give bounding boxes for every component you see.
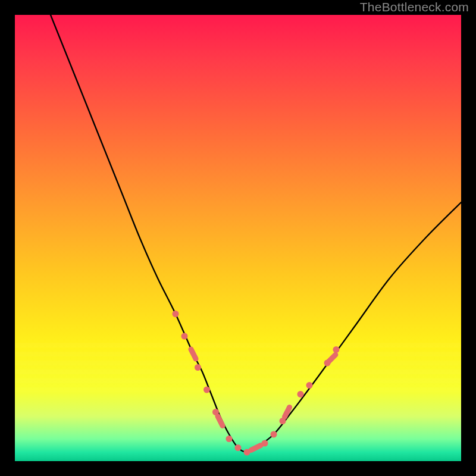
highlight-dot (298, 391, 304, 397)
highlight-segment (251, 445, 261, 450)
highlight-segment (191, 349, 196, 359)
highlight-dot (226, 436, 233, 442)
highlight-dots-group (173, 311, 340, 456)
highlight-dot (333, 346, 340, 353)
highlight-dot (262, 440, 268, 447)
highlight-dot (203, 387, 210, 393)
highlight-dot (235, 444, 242, 451)
chart-stage: TheBottleneck.com (0, 0, 476, 476)
chart-svg (15, 15, 461, 461)
highlight-segment (218, 416, 223, 425)
highlight-dot (306, 382, 313, 389)
watermark-text: TheBottleneck.com (360, 0, 469, 14)
highlight-dot (181, 333, 188, 340)
highlight-dot (173, 311, 179, 317)
plot-area (15, 15, 461, 461)
highlight-dot (195, 364, 201, 371)
bottleneck-curve-line (51, 15, 461, 452)
highlight-segment (328, 355, 336, 362)
highlight-dot (271, 431, 277, 438)
